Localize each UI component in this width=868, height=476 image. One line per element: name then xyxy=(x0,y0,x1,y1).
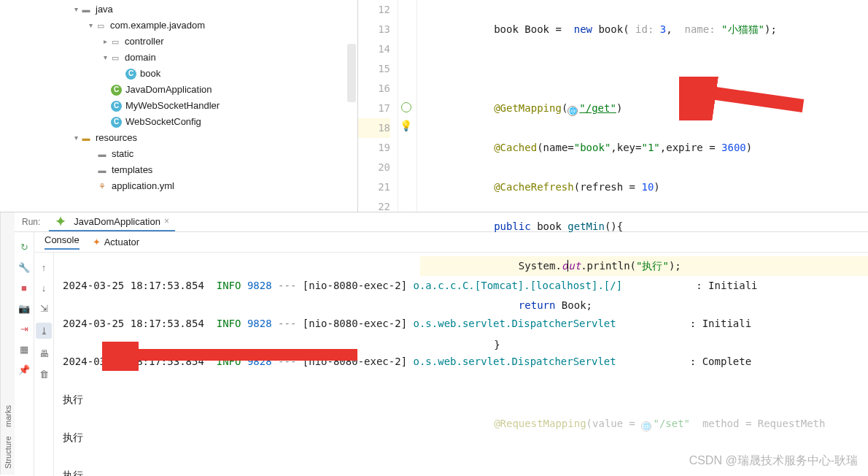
scrollbar[interactable] xyxy=(347,44,356,102)
tree-item-wscfg[interactable]: CWebSocketConfig xyxy=(0,114,357,130)
line-gutter: 12 13 14 15 16 17 18 19 20 21 22 xyxy=(358,0,398,212)
tree-item-app[interactable]: CJavaDomApplication xyxy=(0,82,357,98)
stop-icon[interactable]: ■ xyxy=(18,282,30,293)
tree-item-java[interactable]: ▾▬java xyxy=(0,1,357,18)
tree-label: domain xyxy=(125,50,156,66)
spring-class-icon: C xyxy=(111,85,122,96)
tree-label: resources xyxy=(96,130,137,146)
tree-label: MyWebSocketHandler xyxy=(125,98,220,114)
spring-icon: ⯌ xyxy=(55,215,66,227)
exit-icon[interactable]: ⇥ xyxy=(18,323,30,334)
tree-item-static[interactable]: ▬static xyxy=(0,146,357,162)
tree-label: templates xyxy=(112,162,152,178)
class-icon: C xyxy=(111,101,122,112)
rerun-icon[interactable]: ↻ xyxy=(18,241,30,253)
run-config-tab[interactable]: ⯌ JavaDomApplication × xyxy=(49,212,175,231)
tree-label: controller xyxy=(125,34,163,50)
scroll-to-end-icon[interactable]: ⤓ xyxy=(36,323,52,339)
wrench-icon[interactable]: 🔧 xyxy=(18,261,30,273)
tree-label: com.example.javadom xyxy=(110,18,205,34)
camera-icon[interactable]: 📷 xyxy=(18,302,30,314)
tree-label: java xyxy=(96,1,113,18)
run-label: Run: xyxy=(22,217,40,227)
spring-gutter-icon[interactable] xyxy=(401,102,411,112)
console-tab[interactable]: Console xyxy=(44,234,80,250)
folder-icon: ▬ xyxy=(96,164,108,176)
layout-icon[interactable]: ▦ xyxy=(18,343,30,355)
wrap-icon[interactable]: ⇲ xyxy=(38,302,50,314)
actuator-tab[interactable]: ✦Actuator xyxy=(93,237,139,247)
run-tab-label: JavaDomApplication xyxy=(74,216,160,227)
tree-item-templates[interactable]: ▬templates xyxy=(0,162,357,178)
tree-label: application.yml xyxy=(112,178,174,194)
folder-icon: ▬ xyxy=(96,148,108,160)
run-toolbar-left: ↻ 🔧 ■ 📷 ⇥ ▦ 📌 xyxy=(15,232,34,476)
resources-folder-icon: ▬ xyxy=(80,132,92,144)
tree-item-controller[interactable]: ▸▭controller xyxy=(0,34,357,50)
package-icon: ▭ xyxy=(95,20,106,31)
intention-bulb-icon[interactable]: 💡 xyxy=(400,120,412,131)
bookmarks-tool-button[interactable]: marks xyxy=(4,405,12,427)
close-icon[interactable]: × xyxy=(164,216,169,226)
tree-item-resources[interactable]: ▾▬resources xyxy=(0,130,357,146)
class-icon: C xyxy=(111,117,122,128)
tree-item-yml[interactable]: ⚘application.yml xyxy=(0,178,357,194)
package-icon: ▭ xyxy=(109,52,121,64)
trash-icon[interactable]: 🗑 xyxy=(38,368,50,380)
tree-item-domain[interactable]: ▾▭domain xyxy=(0,50,357,66)
console-toolbar: ↑ ↓ ⇲ ⤓ 🖶 🗑 xyxy=(34,253,54,476)
folder-icon: ▬ xyxy=(80,4,92,15)
actuator-icon: ✦ xyxy=(93,237,101,247)
project-tree[interactable]: ▾▬java ▾▭com.example.javadom ▸▭controlle… xyxy=(0,0,357,212)
tree-item-book[interactable]: Cbook xyxy=(0,66,357,82)
tree-item-package[interactable]: ▾▭com.example.javadom xyxy=(0,18,357,34)
down-icon[interactable]: ↓ xyxy=(38,282,50,293)
gutter-icons: 💡 xyxy=(398,0,417,212)
tree-label: JavaDomApplication xyxy=(125,82,212,98)
tree-item-ws[interactable]: CMyWebSocketHandler xyxy=(0,98,357,114)
tree-label: static xyxy=(112,146,133,162)
tree-label: WebSocketConfig xyxy=(125,114,201,130)
pin-icon[interactable]: 📌 xyxy=(18,364,30,375)
left-toolwindow-bar[interactable]: Structure marks xyxy=(0,212,15,475)
tree-label: book xyxy=(140,66,160,82)
globe-icon: 🌐 xyxy=(641,421,651,431)
print-icon[interactable]: 🖶 xyxy=(38,348,50,359)
class-icon: C xyxy=(125,69,136,80)
code-editor[interactable]: 12 13 14 15 16 17 18 19 20 21 22 💡 book … xyxy=(357,0,868,212)
package-icon: ▭ xyxy=(109,36,121,47)
yml-icon: ⚘ xyxy=(96,180,108,192)
globe-icon: 🌐 xyxy=(567,106,578,116)
up-icon[interactable]: ↑ xyxy=(38,261,50,273)
code-area[interactable]: book Book = new book( id: 3, name: "小猫猫"… xyxy=(417,0,868,212)
structure-tool-button[interactable]: Structure xyxy=(4,436,12,469)
